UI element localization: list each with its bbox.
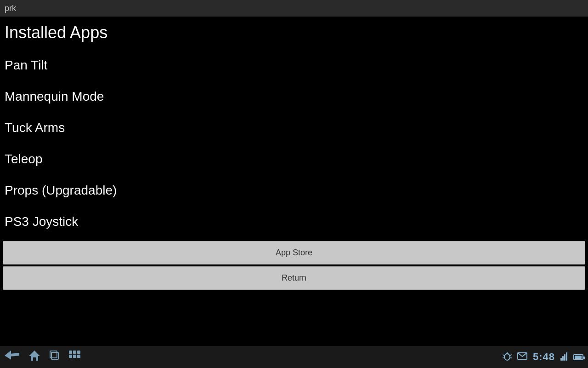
grid-button[interactable] xyxy=(69,351,81,363)
app-item-teleop[interactable]: Teleop xyxy=(3,144,585,175)
app-title: prk xyxy=(5,4,16,13)
system-bar: 5:48 xyxy=(0,346,588,368)
clock: 5:48 xyxy=(533,351,555,363)
svg-line-12 xyxy=(503,355,504,356)
apps-list: Pan Tilt Mannequin Mode Tuck Arms Teleop… xyxy=(3,50,585,237)
main-content: Installed Apps Pan Tilt Mannequin Mode T… xyxy=(0,17,588,290)
app-item-ps3-joystick[interactable]: PS3 Joystick xyxy=(3,206,585,237)
svg-rect-6 xyxy=(77,351,80,354)
status-icons: 5:48 xyxy=(503,351,583,363)
battery-icon xyxy=(573,352,583,362)
app-item-pan-tilt[interactable]: Pan Tilt xyxy=(3,50,585,81)
title-bar: prk xyxy=(0,0,588,17)
recents-button[interactable] xyxy=(50,351,60,363)
app-store-button[interactable]: App Store xyxy=(3,241,585,264)
app-item-mannequin-mode[interactable]: Mannequin Mode xyxy=(3,81,585,112)
svg-rect-18 xyxy=(560,358,562,361)
svg-rect-9 xyxy=(77,355,80,358)
svg-rect-8 xyxy=(73,355,76,358)
svg-rect-21 xyxy=(566,352,567,361)
svg-rect-19 xyxy=(562,356,564,361)
svg-marker-1 xyxy=(29,351,40,361)
svg-rect-4 xyxy=(69,351,72,354)
back-button[interactable] xyxy=(5,351,19,363)
svg-point-10 xyxy=(504,354,510,360)
app-item-tuck-arms[interactable]: Tuck Arms xyxy=(3,112,585,144)
svg-rect-7 xyxy=(69,355,72,358)
svg-marker-0 xyxy=(5,351,19,360)
nav-buttons xyxy=(5,350,81,364)
home-button[interactable] xyxy=(28,350,40,364)
app-item-props-upgradable[interactable]: Props (Upgradable) xyxy=(3,175,585,206)
debug-icon xyxy=(503,351,512,363)
svg-rect-5 xyxy=(73,351,76,354)
email-icon xyxy=(517,352,527,362)
return-button[interactable]: Return xyxy=(3,266,585,290)
svg-line-13 xyxy=(510,355,512,356)
svg-rect-20 xyxy=(564,354,565,361)
signal-icon xyxy=(560,351,568,363)
section-title: Installed Apps xyxy=(3,20,585,50)
buttons-area: App Store Return xyxy=(3,241,585,290)
